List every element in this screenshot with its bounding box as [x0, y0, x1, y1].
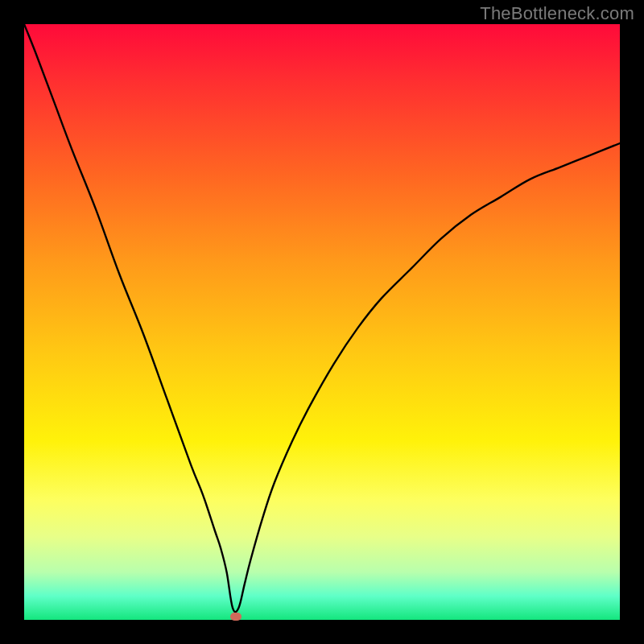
bottleneck-curve-plot [24, 24, 620, 620]
optimum-marker [230, 613, 242, 621]
watermark-text: TheBottleneck.com [480, 3, 634, 24]
curve-line [24, 24, 620, 612]
